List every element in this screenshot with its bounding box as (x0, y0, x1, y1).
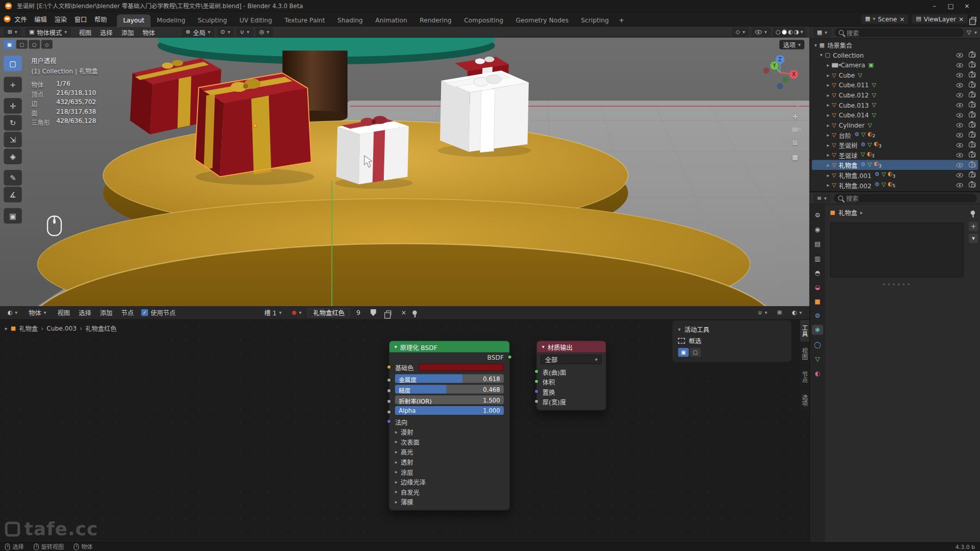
hide-viewport-icon[interactable] (956, 173, 963, 178)
outliner-item[interactable]: ▸▽台阶⚙▽◐2 (812, 130, 978, 140)
use-nodes-toggle[interactable]: ✓ 使用节点 (141, 308, 176, 317)
expand-icon[interactable]: ▸ (827, 162, 829, 168)
expand-icon[interactable]: ▸ (827, 172, 829, 178)
tool-add-cube[interactable]: ▣ (4, 208, 22, 224)
material-users-button[interactable]: 9 (353, 308, 364, 317)
pin-icon[interactable] (412, 311, 417, 315)
bsdf-collapsed-panel[interactable]: ▸高光 (389, 447, 509, 457)
expand-icon[interactable]: ▸ (827, 92, 829, 98)
view-layer-unlink-icon[interactable]: × (959, 16, 964, 22)
outliner-item[interactable]: ▸Camera▣ (812, 60, 978, 70)
bsdf-slider[interactable]: 金属度0.618 (395, 374, 504, 383)
expand-icon[interactable]: ▸ (827, 182, 829, 188)
output-node-header[interactable]: ▾材质输出 (537, 341, 606, 353)
expand-icon[interactable]: ▸ (827, 142, 829, 148)
viewport-menu-item[interactable]: 物体 (139, 27, 159, 38)
menubar-item[interactable]: 渲染 (51, 13, 70, 25)
bsdf-collapsed-panel[interactable]: ▸薄膜 (389, 496, 509, 507)
outliner-item[interactable]: ▸▽圣诞球▽◐3 (812, 150, 978, 160)
breadcrumb-item[interactable]: 礼物盒 (19, 323, 38, 333)
disable-render-icon[interactable] (969, 112, 975, 117)
principled-bsdf-node[interactable]: ▾原理化 BSDF BSDF 基础色 金属度0.618糙度0.468折射率(IO… (389, 340, 510, 510)
options-dropdown[interactable]: 选项▾ (779, 40, 804, 49)
workspace-tab[interactable]: Compositing (458, 14, 509, 27)
view-layer-selector[interactable]: ▤ ViewLayer × (912, 14, 967, 23)
tool-annotate[interactable]: ✎ (4, 170, 22, 186)
expand-icon[interactable]: ▸ (827, 152, 829, 158)
bsdf-collapsed-panel[interactable]: ▸透射 (389, 457, 509, 467)
expand-icon[interactable]: ▾ (815, 42, 817, 48)
grid-icon[interactable]: ⊞ (792, 139, 797, 146)
close-button[interactable]: × (959, 2, 975, 9)
hide-viewport-icon[interactable] (956, 123, 963, 128)
menubar-item[interactable]: 编辑 (31, 13, 51, 25)
bsdf-collapsed-panel[interactable]: ▸漫射 (389, 427, 509, 437)
input-socket[interactable] (387, 410, 391, 414)
gift-white-right[interactable] (437, 70, 531, 157)
expand-icon[interactable]: ▸ (827, 82, 829, 88)
hide-viewport-icon[interactable] (956, 83, 963, 87)
add-button[interactable]: + (969, 222, 978, 231)
new-view-layer-icon[interactable] (971, 16, 976, 21)
tool-rotate[interactable]: ↻ (4, 115, 22, 131)
properties-tab-particles[interactable]: ✱ (812, 325, 823, 335)
hide-viewport-icon[interactable] (956, 153, 963, 157)
properties-tab-output[interactable]: ▤ (812, 239, 823, 249)
wireframe-shading-icon[interactable]: ○ (776, 29, 781, 35)
select-mode-button[interactable]: ◇ (41, 40, 53, 48)
hide-viewport-icon[interactable] (956, 73, 963, 78)
output-target-dropdown[interactable]: 全部▾ (541, 355, 602, 364)
minimize-button[interactable]: – (926, 2, 943, 9)
workspace-tab[interactable]: Shading (331, 14, 369, 27)
properties-tab-object[interactable]: ■ (812, 296, 823, 306)
shader-type-dropdown[interactable]: 物体▾ (25, 308, 50, 317)
workspace-tab[interactable]: Texture Paint (278, 14, 331, 27)
menubar-item[interactable]: 帮助 (91, 13, 111, 25)
node-overlay-toggle[interactable]: ⊞ (773, 308, 786, 317)
breadcrumb-item[interactable]: 礼物盒红色 (85, 323, 116, 333)
editor-type-button[interactable]: ≡▾ (813, 193, 830, 203)
tool-transform[interactable]: ◈ (4, 148, 22, 164)
disable-render-icon[interactable] (969, 172, 975, 178)
properties-tab-render[interactable]: ◉ (812, 224, 823, 235)
properties-tab-scene[interactable]: ◓ (812, 267, 823, 278)
editor-type-button[interactable]: ▦▾ (813, 28, 831, 37)
select-mode-button[interactable]: ▣ (4, 40, 15, 48)
tool-scale[interactable]: ⇲ (4, 132, 22, 147)
outliner-item[interactable]: ▸▽Cylinder▽ (812, 120, 978, 130)
hide-viewport-icon[interactable] (956, 113, 963, 117)
viewport-menu-item[interactable]: 视图 (75, 27, 95, 38)
workspace-tab[interactable]: Rendering (413, 14, 458, 27)
base-color-swatch[interactable] (419, 364, 504, 371)
base-color-socket[interactable] (387, 365, 391, 369)
fake-user-button[interactable] (366, 308, 380, 317)
browse-material-dropdown[interactable]: ●▾ (288, 308, 305, 317)
properties-tab-modifiers[interactable]: ⚙ (812, 311, 823, 321)
normal-socket[interactable] (387, 419, 391, 424)
material-name-field[interactable]: 礼物盒红色 (308, 308, 350, 317)
node-editor-menu-item[interactable]: 添加 (96, 307, 116, 318)
menubar-item[interactable]: 文件 (11, 13, 31, 25)
node-editor-menu-item[interactable]: 视图 (54, 307, 74, 318)
disable-render-icon[interactable] (969, 83, 975, 88)
expand-icon[interactable]: ▸ (827, 112, 829, 118)
workspace-tab[interactable]: Geometry Nodes (509, 14, 575, 27)
select-mode-button[interactable]: ▢ (16, 40, 28, 48)
navigation-gizmo[interactable]: Z X Y (760, 52, 801, 93)
bsdf-slider[interactable]: 糙度0.468 (395, 385, 504, 393)
disable-render-icon[interactable] (969, 142, 975, 147)
editor-type-button[interactable]: ◐▾ (4, 308, 21, 317)
disable-render-icon[interactable] (969, 122, 975, 128)
disable-render-icon[interactable] (969, 183, 975, 188)
disable-render-icon[interactable] (969, 153, 975, 158)
tool-measure[interactable]: ∡ (4, 187, 22, 203)
hide-viewport-icon[interactable] (956, 103, 963, 107)
workspace-tab[interactable]: UV Editing (233, 14, 278, 27)
active-tool-row[interactable]: 框选 (678, 335, 786, 346)
properties-tab-material[interactable]: ◐ (812, 368, 823, 378)
panel-grip[interactable]: •••••• (830, 281, 964, 288)
properties-list-box[interactable] (830, 222, 964, 278)
hide-viewport-icon[interactable] (956, 143, 963, 147)
breadcrumb-item[interactable]: Cube.003 (46, 325, 77, 332)
bsdf-collapsed-panel[interactable]: ▸边缘光泽 (389, 477, 509, 487)
